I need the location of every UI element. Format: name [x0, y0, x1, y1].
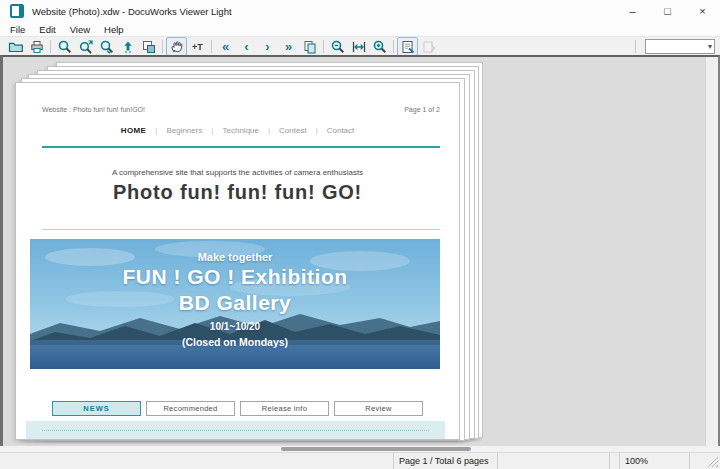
first-page-icon[interactable]: «: [215, 37, 236, 56]
window-switch-glyph: [141, 39, 157, 55]
zoom-tool-icon[interactable]: [54, 37, 75, 56]
fit-width-glyph: [351, 39, 367, 55]
nav-technique: Technique: [223, 126, 259, 135]
site-tagline: A comprehensive site that supports the a…: [16, 168, 459, 177]
menu-view[interactable]: View: [63, 24, 97, 35]
hand-glyph: [169, 39, 185, 55]
page-header-right: Page 1 of 2: [404, 106, 440, 113]
zoom-out-icon[interactable]: [327, 37, 348, 56]
document-workspace[interactable]: Website : Photo fun! fun! fun!GO! Page 1…: [0, 55, 720, 446]
tab-news: NEWS: [52, 401, 141, 416]
banner-line3: BD Gallery: [30, 291, 440, 315]
menu-bar: File Edit View Help: [0, 22, 720, 36]
next-page-icon[interactable]: ›: [257, 37, 278, 56]
menu-file[interactable]: File: [3, 24, 32, 35]
magnifier-page-glyph: [99, 39, 115, 55]
toolbar-separator: [162, 40, 163, 53]
toolbar-separator: [635, 40, 636, 53]
banner-dates: 10/1~10/20: [30, 321, 440, 332]
magnifier-glyph: [57, 39, 73, 55]
jump-arrow-glyph: [120, 39, 136, 55]
first-page-glyph: «: [222, 40, 229, 53]
window-title: Website (Photo).xdw - DocuWorks Viewer L…: [32, 6, 232, 17]
banner-line1: Make together: [30, 251, 440, 263]
maximize-button[interactable]: □: [650, 0, 685, 22]
minimize-button[interactable]: –: [615, 0, 650, 22]
switch-window-icon[interactable]: [138, 37, 159, 56]
last-page-glyph: »: [285, 40, 292, 53]
page-tab-buttons: NEWS Recommended Release info Review: [52, 401, 423, 416]
site-nav: HOME | Beginners | Technique | Contest |…: [16, 126, 459, 135]
news-section-band: [26, 421, 445, 439]
chevron-down-icon: ▾: [708, 42, 714, 51]
zoom-combobox[interactable]: ▾: [645, 39, 715, 54]
zoom-page-icon[interactable]: [96, 37, 117, 56]
export-annotations-icon: [418, 37, 439, 56]
print-icon[interactable]: [26, 37, 47, 56]
window-controls: – □ ×: [615, 0, 720, 22]
status-pane-grip: [689, 453, 720, 469]
tab-recommended: Recommended: [146, 401, 235, 416]
magnifier-minus-glyph: [330, 39, 346, 55]
tab-review: Review: [334, 401, 423, 416]
title-rule: [42, 229, 440, 230]
horizontal-scrollbar-thumb[interactable]: [281, 447, 471, 451]
text-select-tool-icon[interactable]: +T: [187, 37, 208, 56]
fit-width-icon[interactable]: [348, 37, 369, 56]
last-page-icon[interactable]: »: [278, 37, 299, 56]
title-bar: Website (Photo).xdw - DocuWorks Viewer L…: [0, 0, 720, 22]
printer-glyph: [29, 39, 45, 55]
toolbar-separator: [323, 40, 324, 53]
zoom-in-icon[interactable]: [369, 37, 390, 56]
status-bar: Page 1 / Total 6 pages 100%: [0, 452, 720, 469]
nav-contest: Contest: [279, 126, 307, 135]
status-page-info: Page 1 / Total 6 pages: [393, 453, 497, 469]
nav-beginners: Beginners: [166, 126, 202, 135]
nav-separator: |: [155, 126, 157, 135]
zoom-select-icon[interactable]: [75, 37, 96, 56]
magnifier-arrows-glyph: [78, 39, 94, 55]
toolbar: +T « ‹ › »: [0, 36, 720, 56]
nav-home: HOME: [121, 126, 147, 135]
text-select-glyph: +T: [192, 42, 203, 52]
folder-glyph: [8, 39, 24, 55]
banner-closed-note: (Closed on Mondays): [30, 336, 440, 348]
site-title: Photo fun! fun! fun! GO!: [16, 181, 459, 204]
nav-contact: Contact: [327, 126, 355, 135]
resize-grip[interactable]: [707, 456, 718, 467]
nav-separator: |: [268, 126, 270, 135]
pages-glyph: [302, 39, 318, 55]
menu-edit[interactable]: Edit: [32, 24, 62, 35]
status-pane-small: [609, 453, 619, 469]
toolbar-separator: [211, 40, 212, 53]
export-glyph: [421, 39, 437, 55]
nav-rule: [42, 146, 440, 148]
toolbar-right: ▾: [632, 37, 715, 56]
document-page[interactable]: Website : Photo fun! fun! fun!GO! Page 1…: [15, 82, 460, 440]
status-pane-empty: [497, 453, 609, 469]
app-icon: [10, 4, 24, 18]
document-view-glyph: [400, 39, 416, 55]
previous-page-icon[interactable]: ‹: [236, 37, 257, 56]
page-thumbnails-icon[interactable]: [299, 37, 320, 56]
nav-separator: |: [211, 126, 213, 135]
status-pane-message: [0, 453, 393, 469]
nav-separator: |: [316, 126, 318, 135]
magnifier-plus-glyph: [372, 39, 388, 55]
toolbar-separator: [393, 40, 394, 53]
jump-page-icon[interactable]: [117, 37, 138, 56]
menu-help[interactable]: Help: [97, 24, 131, 35]
close-button[interactable]: ×: [685, 0, 720, 22]
open-document-icon[interactable]: [5, 37, 26, 56]
exhibition-banner: Make together FUN ! GO ! Exhibition BD G…: [30, 239, 440, 369]
toolbar-separator: [50, 40, 51, 53]
next-page-glyph: ›: [265, 40, 269, 53]
status-zoom-level: 100%: [619, 453, 689, 469]
tab-release-info: Release info: [240, 401, 329, 416]
page-header: Website : Photo fun! fun! fun!GO! Page 1…: [42, 106, 440, 113]
view-mode-icon[interactable]: [397, 37, 418, 56]
vertical-scrollbar[interactable]: [705, 57, 718, 446]
pan-hand-tool-icon[interactable]: [166, 37, 187, 56]
page-header-left: Website : Photo fun! fun! fun!GO!: [42, 106, 145, 113]
previous-page-glyph: ‹: [244, 40, 248, 53]
